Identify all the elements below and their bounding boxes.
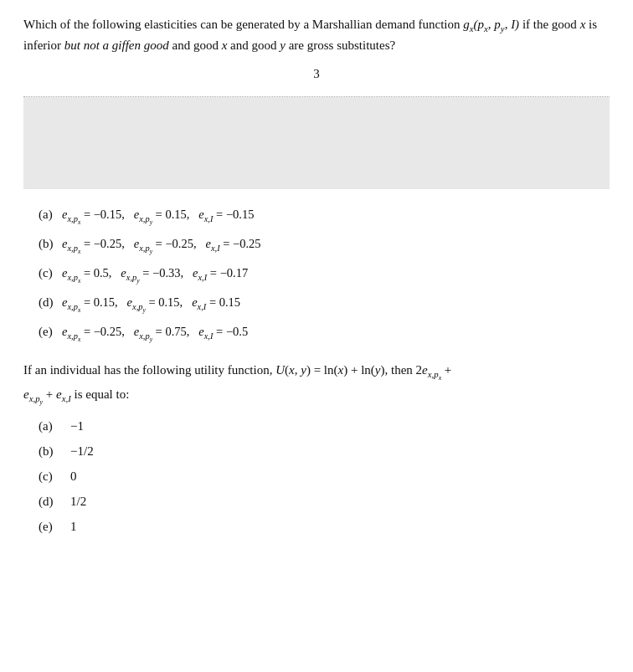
- choice-c-content: ex,px = 0.5, ex,py = −0.33, ex,I = −0.17: [62, 264, 248, 286]
- choice-e: (e) ex,px = −0.25, ex,py = 0.75, ex,I = …: [23, 321, 610, 345]
- question-1-choices: (a) ex,px = −0.15, ex,py = 0.15, ex,I = …: [23, 204, 610, 345]
- choice-d-content: ex,px = 0.15, ex,py = 0.15, ex,I = 0.15: [62, 293, 240, 315]
- q2-choice-b-label: (b): [39, 441, 70, 461]
- q2-choice-c: (c) 0: [39, 466, 610, 486]
- choice-c: (c) ex,px = 0.5, ex,py = −0.33, ex,I = −…: [23, 263, 610, 286]
- question-1-block: Which of the following elasticities can …: [23, 15, 610, 345]
- choice-a-content: ex,px = −0.15, ex,py = 0.15, ex,I = −0.1…: [62, 205, 254, 228]
- q2-choice-b-value: −1/2: [70, 441, 94, 461]
- q2-choice-c-label: (c): [39, 466, 70, 486]
- choice-d-label: (d): [39, 292, 62, 312]
- q2-choice-d-value: 1/2: [70, 491, 86, 511]
- math-function: gx(px, py, I): [463, 18, 519, 31]
- q2-choice-a-label: (a): [39, 416, 70, 436]
- q2-choice-a: (a) −1: [39, 416, 610, 436]
- choice-b-label: (b): [39, 233, 62, 254]
- choice-d: (d) ex,px = 0.15, ex,py = 0.15, ex,I = 0…: [23, 292, 610, 315]
- choice-a: (a) ex,px = −0.15, ex,py = 0.15, ex,I = …: [23, 204, 610, 228]
- q2-choice-d-label: (d): [39, 491, 70, 511]
- question-2-block: If an individual has the following utili…: [23, 360, 610, 536]
- page-number: 3: [23, 67, 610, 81]
- q2-choice-a-value: −1: [70, 416, 84, 436]
- answer-box: [23, 97, 610, 189]
- choice-e-content: ex,px = −0.25, ex,py = 0.75, ex,I = −0.5: [62, 322, 248, 345]
- question-1-text: Which of the following elasticities can …: [23, 15, 610, 55]
- q2-choice-e: (e) 1: [39, 516, 610, 536]
- choice-c-label: (c): [39, 263, 62, 283]
- q2-choice-e-label: (e): [39, 516, 70, 536]
- choice-b: (b) ex,px = −0.25, ex,py = −0.25, ex,I =…: [23, 233, 610, 257]
- q2-choice-d: (d) 1/2: [39, 491, 610, 511]
- q2-choice-b: (b) −1/2: [39, 441, 610, 461]
- choice-b-content: ex,px = −0.25, ex,py = −0.25, ex,I = −0.…: [62, 234, 261, 257]
- question-2-text: If an individual has the following utili…: [23, 360, 610, 408]
- question-2-choices: (a) −1 (b) −1/2 (c) 0 (d) 1/2 (e) 1: [23, 416, 610, 536]
- emphasis-but-not-giffen: but not a giffen good: [64, 38, 169, 52]
- choice-e-label: (e): [39, 321, 62, 341]
- choice-a-label: (a): [39, 204, 62, 224]
- q2-choice-e-value: 1: [70, 516, 77, 536]
- q2-choice-c-value: 0: [70, 466, 77, 486]
